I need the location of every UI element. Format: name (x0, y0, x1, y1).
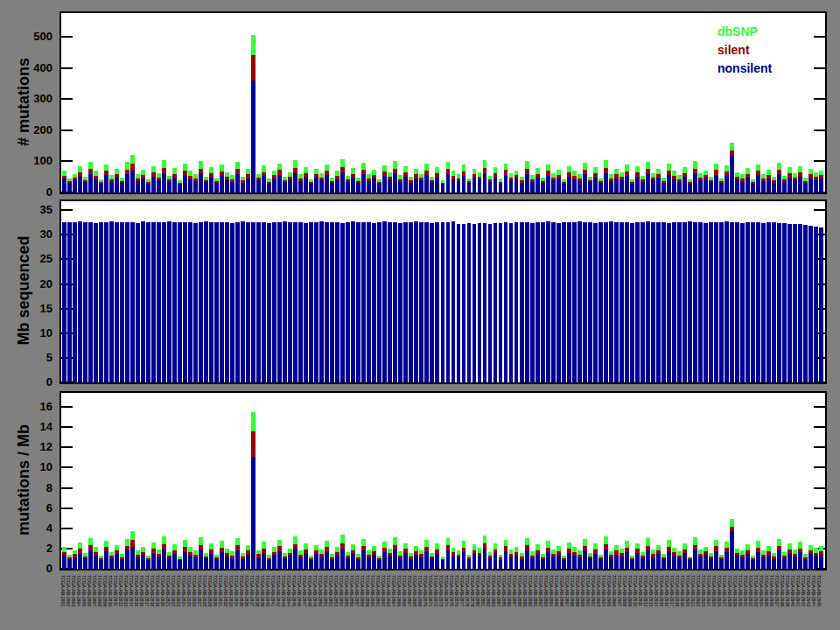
bar-segment-silent (640, 556, 645, 558)
bar-segment-dbSNP (578, 174, 582, 178)
y-tick-label: 500 (12, 31, 52, 43)
bar-segment-nonsilent (94, 179, 98, 192)
bar-segment-dbSNP (183, 164, 187, 171)
bar-segment-dbSNP (141, 547, 145, 552)
bar-segment-silent (167, 556, 172, 558)
bar-segment-dbSNP (499, 178, 503, 181)
bar-segment-dbSNP (604, 160, 608, 168)
bar-segment-silent (403, 172, 408, 177)
bar-segment-Mb sequenced (667, 223, 671, 382)
bar-segment-Mb sequenced (698, 222, 703, 382)
bar-segment-silent (288, 177, 292, 180)
bar-segment-dbSNP (141, 170, 145, 175)
bar-segment-dbSNP (556, 546, 561, 551)
bar-segment-Mb sequenced (104, 222, 108, 382)
bar-segment-silent (751, 182, 755, 184)
bar-segment-dbSNP (388, 172, 392, 177)
bar-segment-nonsilent (204, 182, 208, 192)
bar-segment-silent (340, 543, 345, 549)
bar-segment-nonsilent (141, 178, 145, 192)
x-tick-label: TCGA-AB-2839 (260, 575, 265, 606)
bar-segment-nonsilent (335, 179, 340, 192)
bar-chart (61, 393, 825, 569)
bar-segment-dbSNP (462, 541, 466, 548)
bar-segment-dbSNP (214, 178, 219, 182)
bar-segment-Mb sequenced (525, 222, 529, 382)
y-tick-label: 35 (12, 204, 52, 216)
bar-segment-Mb sequenced (777, 223, 781, 382)
bar-segment-nonsilent (220, 552, 224, 569)
bar-segment-dbSNP (793, 550, 797, 554)
bar-segment-nonsilent (635, 177, 640, 192)
bar-segment-dbSNP (130, 531, 135, 540)
bar-segment-dbSNP (672, 171, 676, 176)
bar-segment-Mb sequenced (409, 222, 413, 382)
bar-segment-dbSNP (588, 177, 592, 180)
bar-segment-silent (446, 169, 451, 174)
bar-segment-dbSNP (293, 160, 298, 168)
bar-segment-dbSNP (125, 162, 130, 169)
bar-segment-nonsilent (193, 181, 198, 192)
bar-segment-silent (220, 548, 224, 552)
bar-segment-dbSNP (672, 548, 676, 553)
bar-segment-silent (73, 554, 77, 556)
bar-segment-nonsilent (483, 173, 487, 192)
bar-segment-dbSNP (640, 176, 645, 179)
bar-segment-nonsilent (151, 553, 156, 569)
bar-segment-dbSNP (620, 549, 624, 553)
bar-segment-dbSNP (409, 553, 413, 556)
bar-segment-Mb sequenced (672, 222, 676, 382)
bar-segment-Mb sequenced (246, 222, 250, 382)
bar-segment-Mb sequenced (640, 222, 645, 382)
bar-segment-nonsilent (73, 557, 77, 569)
bar-segment-Mb sequenced (746, 222, 750, 382)
bar-segment-silent (782, 556, 787, 558)
bar-segment-dbSNP (756, 164, 760, 171)
bar-segment-nonsilent (409, 183, 413, 192)
bar-segment-silent (572, 552, 577, 556)
bar-segment-dbSNP (735, 172, 739, 177)
bar-segment-Mb sequenced (551, 222, 556, 382)
bar-segment-silent (172, 550, 177, 554)
y-tick-label: 2 (12, 542, 52, 555)
bar-segment-nonsilent (672, 556, 676, 569)
bar-segment-nonsilent (356, 559, 360, 569)
bar-segment-silent (494, 173, 498, 178)
bar-segment-nonsilent (162, 550, 166, 569)
bar-segment-nonsilent (172, 178, 177, 192)
bar-segment-Mb sequenced (651, 222, 655, 382)
bar-segment-nonsilent (777, 550, 781, 569)
y-tick-label: 0 (12, 186, 52, 199)
bar-segment-dbSNP (766, 546, 771, 551)
bar-segment-nonsilent (567, 176, 571, 192)
bar-segment-silent (504, 170, 508, 174)
bar-segment-silent (314, 174, 318, 178)
bar-segment-dbSNP (803, 178, 808, 181)
bar-segment-dbSNP (136, 550, 140, 555)
bar-segment-nonsilent (120, 183, 124, 192)
bar-segment-silent (494, 550, 498, 554)
bar-segment-dbSNP (151, 542, 156, 549)
bar-segment-nonsilent (709, 182, 713, 192)
legend-item-silent: silent (718, 41, 772, 60)
bar-segment-nonsilent (419, 557, 424, 569)
bar-segment-Mb sequenced (115, 222, 119, 382)
bar-segment-dbSNP (483, 536, 487, 543)
bar-segment-nonsilent (704, 555, 708, 569)
bar-segment-dbSNP (614, 169, 619, 174)
bar-segment-Mb sequenced (452, 221, 456, 382)
bar-segment-dbSNP (335, 547, 340, 552)
bar-segment-Mb sequenced (377, 222, 382, 382)
bar-segment-silent (488, 179, 493, 182)
bar-segment-dbSNP (751, 556, 755, 558)
bar-segment-silent (735, 553, 739, 556)
x-tick-label: TCGA-AB-2850 (318, 575, 323, 606)
bar-segment-dbSNP (457, 174, 461, 178)
bar-segment-dbSNP (78, 166, 82, 172)
bar-segment-nonsilent (136, 557, 140, 569)
bar-segment-dbSNP (277, 164, 282, 171)
bar-segment-nonsilent (714, 175, 718, 192)
bar-segment-dbSNP (304, 543, 308, 550)
bar-segment-silent (256, 178, 261, 180)
bar-segment-silent (178, 559, 182, 561)
